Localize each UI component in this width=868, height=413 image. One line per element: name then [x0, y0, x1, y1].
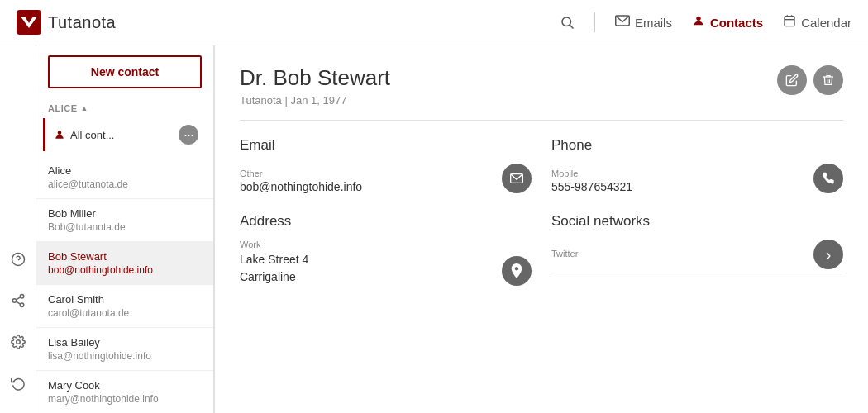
more-dots-icon: ···: [184, 127, 193, 142]
email-field-group: Other bob@nothingtohide.info: [240, 164, 532, 193]
delete-button[interactable]: [813, 65, 843, 95]
contact-name: Bob Stewart: [48, 250, 202, 263]
detail-title: Dr. Bob Stewart: [240, 65, 390, 91]
contact-email: bob@nothingtohide.info: [48, 264, 202, 276]
settings-icon: [11, 335, 26, 349]
email-send-icon: [510, 173, 523, 183]
twitter-field-label: Twitter: [551, 249, 805, 259]
refresh-icon: [11, 376, 26, 391]
address-field-label: Work: [240, 240, 494, 249]
contact-name: Carol Smith: [48, 293, 202, 306]
nav-contacts[interactable]: Contacts: [692, 14, 763, 31]
contact-name: Mary Cook: [48, 379, 202, 392]
contact-item[interactable]: Mary Cook mary@nothingtohide.info: [36, 371, 213, 413]
contact-item[interactable]: Bob Miller Bob@tutanota.de: [36, 199, 213, 242]
contact-list: Alice alice@tutanota.de Bob Miller Bob@t…: [36, 156, 213, 413]
share-icon: [11, 293, 26, 308]
call-button[interactable]: [813, 164, 843, 193]
contact-name: Lisa Bailey: [48, 336, 202, 349]
phone-icon: [822, 172, 835, 185]
contact-item[interactable]: Lisa Bailey lisa@nothingtohide.info: [36, 328, 213, 371]
address-field-content: Work Lake Street 4 Carrigaline: [240, 240, 494, 286]
twitter-button[interactable]: ›: [813, 240, 843, 269]
svg-point-18: [58, 131, 62, 135]
help-button[interactable]: [5, 246, 31, 273]
phone-section: Phone Mobile 555-987654321: [551, 137, 843, 193]
edit-icon: [785, 74, 799, 87]
nav-emails[interactable]: Emails: [615, 15, 672, 30]
contact-name: Bob Miller: [48, 207, 202, 220]
contact-item[interactable]: Alice alice@tutanota.de: [36, 156, 213, 199]
svg-point-13: [12, 299, 17, 303]
phone-section-title: Phone: [551, 137, 843, 154]
calendar-label: Calendar: [801, 16, 851, 30]
svg-point-2: [562, 17, 571, 26]
topbar: Tutanota Emails Contacts: [0, 0, 868, 45]
contact-item[interactable]: Carol Smith carol@tutanota.de: [36, 285, 213, 328]
alice-label: ALICE: [48, 103, 78, 113]
search-icon: [560, 15, 575, 30]
detail-sections: Email Other bob@nothingtohide.info Phone: [240, 137, 843, 286]
alice-section: ALICE ▲: [36, 98, 213, 118]
twitter-row: Twitter ›: [551, 240, 843, 273]
chevron-right-icon: ›: [826, 246, 832, 263]
help-icon: [11, 252, 26, 267]
svg-point-17: [16, 340, 20, 344]
svg-point-5: [696, 17, 700, 21]
contacts-label: Contacts: [710, 16, 763, 30]
alice-arrow-icon: ▲: [81, 104, 88, 112]
email-field-content: Other bob@nothingtohide.info: [240, 169, 494, 193]
all-contacts-nav[interactable]: All cont... ···: [36, 118, 213, 156]
email-icon: [615, 15, 630, 26]
cal-icon: [783, 14, 796, 27]
contact-item[interactable]: Bob Stewart bob@nothingtohide.info: [36, 242, 213, 285]
svg-point-14: [20, 303, 24, 307]
social-section: Social networks Twitter ›: [551, 213, 843, 286]
svg-line-16: [16, 297, 20, 300]
social-section-title: Social networks: [551, 213, 843, 230]
detail-panel: Dr. Bob Stewart Tutanota | Jan 1, 1977: [214, 45, 868, 413]
all-contacts-more-button[interactable]: ···: [179, 125, 198, 145]
contact-email: lisa@nothingtohide.info: [48, 350, 202, 362]
phone-field-label: Mobile: [551, 169, 805, 178]
edit-button[interactable]: [777, 65, 807, 95]
twitter-field-content: Twitter: [551, 249, 805, 260]
topbar-right: Emails Contacts Calendar: [560, 12, 851, 32]
new-contact-button[interactable]: New contact: [48, 55, 202, 88]
location-icon: [511, 263, 522, 278]
refresh-button[interactable]: [5, 370, 31, 396]
logo-icon: [17, 10, 41, 35]
svg-rect-6: [785, 17, 794, 26]
svg-line-3: [570, 25, 573, 28]
phone-field-content: Mobile 555-987654321: [551, 169, 805, 193]
sidebar-left: [0, 45, 36, 413]
contacts-panel: New contact ALICE ▲ All cont... ··· Alic…: [36, 45, 214, 413]
search-button[interactable]: [560, 15, 575, 30]
detail-info: Dr. Bob Stewart Tutanota | Jan 1, 1977: [240, 65, 390, 107]
contact-email: mary@nothingtohide.info: [48, 393, 202, 405]
all-contacts-label: All cont...: [70, 129, 174, 141]
calendar-icon: [783, 14, 796, 31]
contacts-icon: [692, 14, 705, 31]
trash-icon: [822, 74, 835, 87]
share-button[interactable]: [5, 287, 31, 314]
contact-email: Bob@tutanota.de: [48, 221, 202, 233]
logo-text: Tutanota: [48, 13, 116, 32]
map-button[interactable]: [502, 256, 532, 286]
logo-area: Tutanota: [17, 10, 116, 35]
emails-icon: [615, 15, 630, 30]
detail-header: Dr. Bob Stewart Tutanota | Jan 1, 1977: [240, 65, 843, 121]
all-contacts-item[interactable]: All cont... ···: [43, 118, 207, 151]
svg-line-15: [16, 301, 20, 304]
emails-label: Emails: [635, 16, 672, 30]
email-field-value: bob@nothingtohide.info: [240, 180, 494, 193]
topbar-divider: [594, 12, 595, 32]
nav-calendar[interactable]: Calendar: [783, 14, 851, 31]
phone-field-group: Mobile 555-987654321: [551, 164, 843, 193]
address-section: Address Work Lake Street 4 Carrigaline: [240, 213, 532, 286]
person-icon: [692, 14, 705, 27]
svg-rect-0: [17, 10, 41, 35]
email-section: Email Other bob@nothingtohide.info: [240, 137, 532, 193]
send-email-button[interactable]: [502, 164, 532, 193]
settings-button[interactable]: [5, 329, 31, 355]
